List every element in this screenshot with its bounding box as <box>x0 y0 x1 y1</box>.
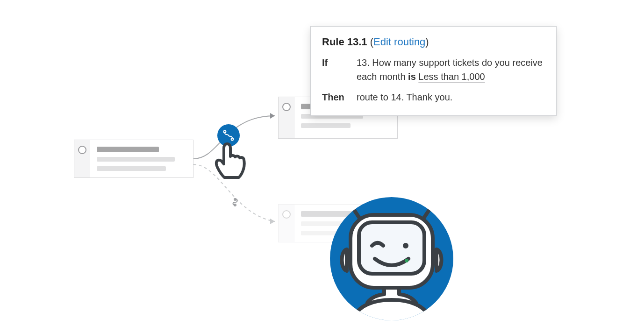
pointer-cursor-icon <box>213 141 248 181</box>
card-gutter <box>74 140 90 177</box>
edit-routing-link[interactable]: Edit routing <box>373 36 425 48</box>
tooltip-then-row: Then route to 14. Thank you. <box>322 90 545 104</box>
placeholder-line <box>97 166 166 171</box>
svg-point-1 <box>234 204 236 206</box>
placeholder-line <box>97 157 175 162</box>
radio-unchecked-icon <box>282 210 291 219</box>
tooltip-header: Rule 13.1 (Edit routing) <box>322 36 545 48</box>
then-label: Then <box>322 90 347 104</box>
robot-mascot-icon <box>326 193 457 324</box>
radio-unchecked-icon <box>282 103 291 111</box>
svg-point-7 <box>344 197 352 205</box>
diagram-stage: Rule 13.1 (Edit routing) If 13. How many… <box>0 0 644 326</box>
card-gutter <box>279 205 294 242</box>
radio-unchecked-icon <box>78 146 86 154</box>
svg-point-0 <box>234 198 236 200</box>
if-is: is <box>408 71 416 82</box>
rule-tooltip: Rule 13.1 (Edit routing) If 13. How many… <box>310 26 557 116</box>
tooltip-if-row: If 13. How many support tickets do you r… <box>322 56 545 84</box>
card-body <box>90 140 193 177</box>
placeholder-title <box>97 147 159 152</box>
card-gutter <box>279 97 294 138</box>
tooltip-title: Rule 13.1 <box>322 36 367 48</box>
if-label: If <box>322 56 347 84</box>
then-text: route to 14. Thank you. <box>357 90 452 104</box>
route-icon <box>222 129 235 142</box>
svg-point-12 <box>403 243 408 248</box>
svg-point-13 <box>405 259 408 262</box>
card-source <box>74 140 193 178</box>
svg-point-9 <box>431 197 439 205</box>
if-value: Less than 1,000 <box>418 71 485 82</box>
if-clause: 13. How many support tickets do you rece… <box>357 56 545 84</box>
placeholder-line <box>301 123 351 128</box>
